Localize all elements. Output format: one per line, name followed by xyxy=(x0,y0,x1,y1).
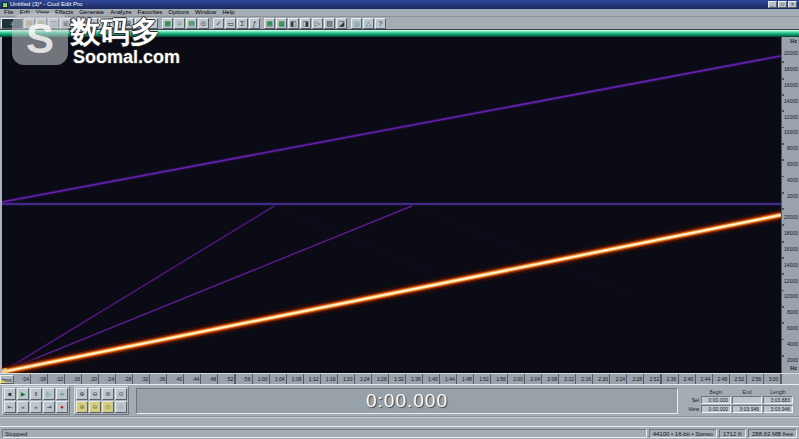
frequency-unit-label: Hz xyxy=(790,365,797,371)
maximize-button[interactable]: □ xyxy=(778,1,787,8)
time-tick-label: 1:28 xyxy=(372,374,389,384)
undo-button[interactable]: ↶ xyxy=(72,18,83,29)
timeline-ruler[interactable]: hms :04:08:12:16:20:24:28:32:36:40:44:48… xyxy=(0,373,799,384)
minimize-button[interactable]: _ xyxy=(768,1,777,8)
time-tick-label: 2:44 xyxy=(695,374,712,384)
convert-sample-type-button[interactable]: ✓ xyxy=(213,18,224,29)
end-value[interactable] xyxy=(732,396,762,404)
menu-item[interactable]: Analyze xyxy=(108,9,133,16)
length-value[interactable]: 3:03.883 xyxy=(763,396,793,404)
play-to-end-button[interactable]: ▷ xyxy=(43,388,55,400)
zoom-in-horizontal-button[interactable]: ⊕ xyxy=(76,388,88,400)
selection-left-marker xyxy=(1,381,5,383)
zoom-selection-vertical-button[interactable]: ⊙ xyxy=(102,401,114,413)
toolbar-group-device: ◎△? xyxy=(351,18,386,29)
left-channel-frequency-labels: 2000018000160001400012000100008000600040… xyxy=(784,51,798,199)
organizer-window-button[interactable]: ▧ xyxy=(324,18,335,29)
title-bar[interactable]: Untitled (3)* - Cool Edit Pro _ □ × xyxy=(0,0,799,9)
level-meter-button[interactable]: ◨ xyxy=(300,18,311,29)
close-button[interactable]: × xyxy=(788,1,797,8)
time-tick-label: 1:04 xyxy=(269,374,286,384)
cd-device-button[interactable]: ◎ xyxy=(351,18,362,29)
play-button[interactable]: ▶ xyxy=(17,388,29,400)
delete-selection-button[interactable]: × xyxy=(147,18,158,29)
statistics-button[interactable]: Σ xyxy=(237,18,248,29)
time-tick-label: 2:32 xyxy=(644,374,661,384)
status-cell: 44100 • 16-bit • Stereo xyxy=(649,429,717,438)
eject-cd-button[interactable]: △ xyxy=(363,18,374,29)
go-to-end-button[interactable]: ⇥ xyxy=(43,401,55,413)
menu-item[interactable]: File xyxy=(2,9,16,16)
time-tick-label: 1:12 xyxy=(304,374,321,384)
menu-item[interactable]: Window xyxy=(193,9,218,16)
menu-item[interactable]: View xyxy=(34,9,51,16)
zoom-disabled-button[interactable]: ⊘ xyxy=(115,401,127,413)
menu-item[interactable]: Options xyxy=(166,9,191,16)
mix-paste-button[interactable]: ⊠ xyxy=(123,18,134,29)
frequency-unit-label: Hz xyxy=(790,38,797,44)
go-to-beginning-button[interactable]: ⇤ xyxy=(4,401,16,413)
frequency-tick-label: 10000 xyxy=(784,130,798,135)
time-tick-label: 2:00 xyxy=(508,374,525,384)
menu-item[interactable]: Favorites xyxy=(136,9,165,16)
mixer-window-button[interactable]: ◧ xyxy=(288,18,299,29)
end-value[interactable]: 3:03.946 xyxy=(732,405,762,413)
stop-button[interactable]: ■ xyxy=(4,388,16,400)
zoom-full-button[interactable]: ⊘ xyxy=(102,388,114,400)
time-tick-label: 1:24 xyxy=(355,374,372,384)
horizontal-zoom-navigator-bar[interactable] xyxy=(0,29,799,37)
time-tick-label: 1:36 xyxy=(406,374,423,384)
fast-forward-button[interactable]: » xyxy=(30,401,42,413)
edit-multitrack-view-toggle-button[interactable]: ≈ xyxy=(1,18,23,29)
cue-list-window-button[interactable]: ▦ xyxy=(264,18,275,29)
window-title: Untitled (3)* - Cool Edit Pro xyxy=(10,0,768,9)
paste-button[interactable]: ⊟ xyxy=(111,18,122,29)
open-file-button[interactable]: ▤ xyxy=(24,18,35,29)
frequency-tick-label: 14000 xyxy=(784,99,798,104)
time-tick-label: 2:24 xyxy=(610,374,627,384)
begin-value[interactable]: 0:00.000 xyxy=(701,405,731,413)
play-list-window-button[interactable]: ▩ xyxy=(276,18,287,29)
transport-window-button[interactable]: ▷ xyxy=(312,18,323,29)
properties-window-button[interactable]: ◪ xyxy=(336,18,347,29)
help-button[interactable]: ? xyxy=(375,18,386,29)
open-append-button[interactable]: ▥ xyxy=(36,18,47,29)
zoom-in-vertical-button[interactable]: ⊕ xyxy=(76,401,88,413)
play-looped-button[interactable]: ∞ xyxy=(56,388,68,400)
zoom-out-vertical-button[interactable]: ⊖ xyxy=(89,401,101,413)
close-file-button[interactable]: ▣ xyxy=(60,18,71,29)
zoom-to-selection-button[interactable]: ⊙ xyxy=(115,388,127,400)
time-tick-label: :36 xyxy=(150,374,167,384)
main-display-area: Hz 2000018000160001400012000100008000600… xyxy=(0,37,799,373)
pause-button[interactable]: ‖ xyxy=(30,388,42,400)
zoom-out-horizontal-button[interactable]: ⊖ xyxy=(89,388,101,400)
cut-button[interactable]: ✂ xyxy=(87,18,98,29)
spectral-display[interactable] xyxy=(2,37,781,373)
time-tick-label: :12 xyxy=(48,374,65,384)
batch-script-button[interactable]: ▭ xyxy=(225,18,236,29)
frequency-tick-label: 14000 xyxy=(784,263,798,268)
length-value[interactable]: 3:03.946 xyxy=(763,405,793,413)
begin-value[interactable]: 0:00.000 xyxy=(701,396,731,404)
time-tick-label: 2:28 xyxy=(627,374,644,384)
cue-list-button[interactable]: ▤ xyxy=(186,18,197,29)
selection-view-panel: BeginEndLength Sel 0:00.000 3:03.883 Vie… xyxy=(685,388,797,413)
rewind-button[interactable]: « xyxy=(17,401,29,413)
time-tick-label: 1:32 xyxy=(389,374,406,384)
frequency-analysis-button[interactable]: ƒ xyxy=(249,18,260,29)
spectral-view-button[interactable]: ▦ xyxy=(162,18,173,29)
menu-item[interactable]: Help xyxy=(220,9,236,16)
frequency-ruler[interactable]: Hz 2000018000160001400012000100008000600… xyxy=(781,37,799,373)
menu-item[interactable]: Effects xyxy=(53,9,75,16)
ruler-corner xyxy=(781,374,799,384)
menu-item[interactable]: Edit xyxy=(18,9,32,16)
waveform-view-button[interactable]: ≈ xyxy=(174,18,185,29)
trim-button[interactable]: ⊡ xyxy=(135,18,146,29)
record-button[interactable]: ● xyxy=(56,401,68,413)
zoom-tool-button[interactable]: ⊙ xyxy=(198,18,209,29)
right-channel-frequency-labels: 2000018000160001400012000100008000600040… xyxy=(784,215,798,363)
copy-button[interactable]: ⊞ xyxy=(99,18,110,29)
save-file-button[interactable]: ◫ xyxy=(48,18,59,29)
menu-item[interactable]: Generate xyxy=(77,9,106,16)
time-tick-label: :44 xyxy=(184,374,201,384)
